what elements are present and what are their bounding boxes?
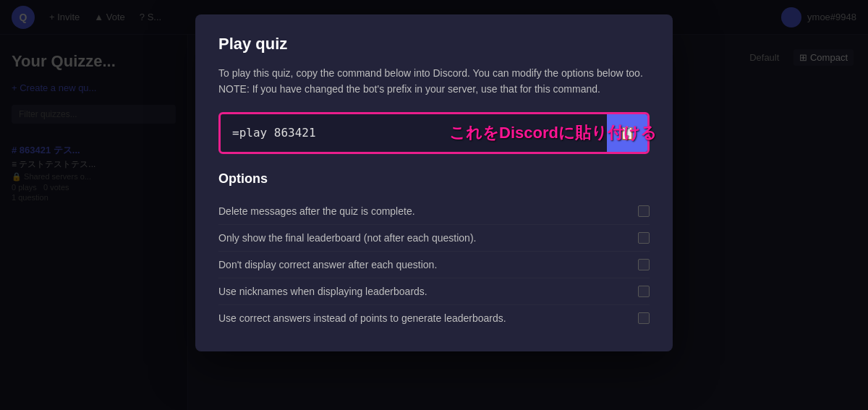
- option-row-3: Use nicknames when displaying leaderboar…: [218, 278, 650, 305]
- option-label-3: Use nicknames when displaying leaderboar…: [218, 286, 427, 297]
- modal-overlay: Play quiz To play this quiz, copy the co…: [0, 0, 868, 410]
- options-list: Delete messages after the quiz is comple…: [218, 198, 650, 331]
- option-checkbox-0[interactable]: [638, 205, 650, 217]
- options-title: Options: [218, 171, 650, 187]
- play-quiz-modal: Play quiz To play this quiz, copy the co…: [195, 14, 673, 351]
- option-label-2: Don't display correct answer after each …: [218, 259, 437, 270]
- modal-title: Play quiz: [218, 35, 650, 54]
- option-label-4: Use correct answers instead of points to…: [218, 312, 506, 324]
- command-box: 📋: [218, 112, 650, 154]
- copy-command-button[interactable]: 📋: [607, 114, 647, 152]
- option-row-4: Use correct answers instead of points to…: [218, 305, 650, 331]
- option-row-2: Don't display correct answer after each …: [218, 252, 650, 278]
- modal-description: To play this quiz, copy the command belo…: [218, 65, 650, 98]
- option-label-0: Delete messages after the quiz is comple…: [218, 205, 415, 217]
- option-row-0: Delete messages after the quiz is comple…: [218, 198, 650, 225]
- option-label-1: Only show the final leaderboard (not aft…: [218, 232, 476, 244]
- option-checkbox-3[interactable]: [638, 286, 650, 297]
- option-checkbox-1[interactable]: [638, 232, 650, 244]
- command-area: 📋 これをDiscordに貼り付ける: [218, 112, 650, 154]
- option-checkbox-4[interactable]: [638, 312, 650, 324]
- option-row-1: Only show the final leaderboard (not aft…: [218, 225, 650, 252]
- copy-icon: 📋: [619, 125, 635, 141]
- option-checkbox-2[interactable]: [638, 259, 650, 270]
- command-input[interactable]: [221, 116, 607, 150]
